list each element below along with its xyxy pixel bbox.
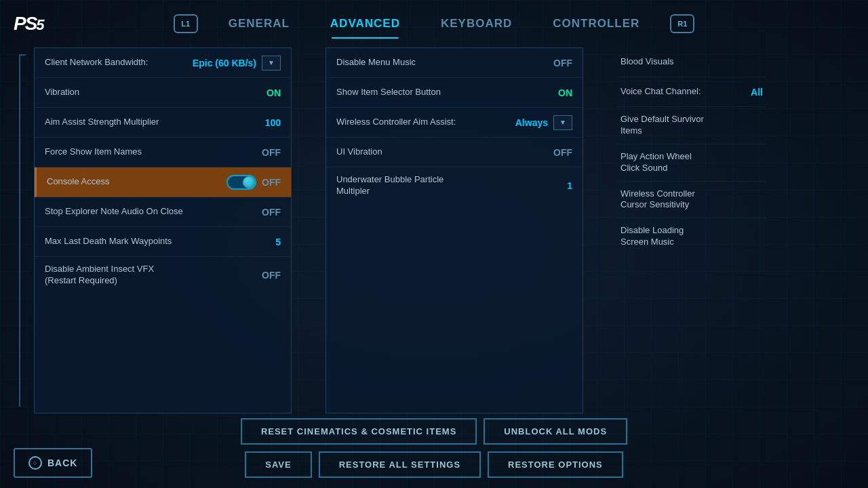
stop-audio-label: Stop Explorer Note Audio On Close <box>45 206 183 218</box>
right-settings-panel: Blood Visuals Voice Chat Channel: All Gi… <box>617 47 766 413</box>
stop-audio-value: OFF <box>262 207 281 218</box>
stop-audio-row[interactable]: Stop Explorer Note Audio On Close OFF <box>35 197 291 227</box>
tab-keyboard[interactable]: KEYBOARD <box>420 12 532 36</box>
show-item-selector-row[interactable]: Show Item Selector Button ON <box>326 78 583 108</box>
wireless-cursor-sensitivity-item[interactable]: Wireless Controller Cursor Sensitivity <box>617 182 766 219</box>
client-bandwidth-value: Epic (60 KB/s) <box>193 58 256 68</box>
give-default-items-label: Give Default Survivor Items <box>620 114 706 137</box>
ui-vibration-label: UI Vibration <box>336 146 382 158</box>
voice-chat-channel-item[interactable]: Voice Chat Channel: All <box>617 77 766 107</box>
bubble-particle-label: Underwater Bubble Particle Multipler <box>336 174 478 197</box>
reset-cinematics-button[interactable]: RESET CINEMATICS & COSMETIC ITEMS <box>241 418 477 445</box>
console-access-label: Console Access <box>47 176 110 188</box>
play-action-wheel-label: Play Action Wheel Click Sound <box>620 151 706 174</box>
console-access-value: OFF <box>262 177 281 188</box>
ui-vibration-row[interactable]: UI Vibration OFF <box>326 138 583 167</box>
blood-visuals-item[interactable]: Blood Visuals <box>617 47 766 77</box>
bubble-particle-value: 1 <box>567 180 572 191</box>
toggle-knob <box>243 176 255 188</box>
vibration-row[interactable]: Vibration ON <box>35 78 291 108</box>
voice-chat-value: All <box>751 87 763 98</box>
wireless-aim-assist-row[interactable]: Wireless Controller Aim Assist: Always ▼ <box>326 108 583 138</box>
disable-ambient-row[interactable]: Disable Ambient Insect VFX (Restart Requ… <box>35 257 291 293</box>
client-bandwidth-row[interactable]: Client Network Bandwidth: Epic (60 KB/s)… <box>35 48 291 78</box>
force-show-names-value: OFF <box>262 147 281 158</box>
header: PS5 L1 GENERAL ADVANCED KEYBOARD CONTROL… <box>0 0 868 47</box>
tab-general[interactable]: GENERAL <box>208 12 310 36</box>
bottom-row-1: RESET CINEMATICS & COSMETIC ITEMS UNBLOC… <box>241 418 627 445</box>
middle-settings-panel: Disable Menu Music OFF Show Item Selecto… <box>326 47 583 413</box>
disable-menu-music-label: Disable Menu Music <box>336 57 416 68</box>
disable-menu-music-row[interactable]: Disable Menu Music OFF <box>326 48 583 78</box>
disable-loading-screen-item[interactable]: Disable Loading Screen Music <box>617 218 766 255</box>
tab-advanced[interactable]: ADVANCED <box>310 12 420 36</box>
aim-assist-value: 100 <box>265 117 281 128</box>
bubble-particle-row[interactable]: Underwater Bubble Particle Multipler 1 <box>326 167 583 204</box>
main-content: Client Network Bandwidth: Epic (60 KB/s)… <box>0 47 868 413</box>
restore-options-button[interactable]: RESTORE OPTIONS <box>488 451 623 478</box>
voice-chat-label: Voice Chat Channel: <box>620 86 701 98</box>
wireless-cursor-sensitivity-label: Wireless Controller Cursor Sensitivity <box>620 188 706 211</box>
back-label: BACK <box>47 458 77 468</box>
force-show-names-row[interactable]: Force Show Item Names OFF <box>35 138 291 167</box>
left-bracket-decoration <box>14 47 27 413</box>
save-button[interactable]: SAVE <box>245 451 311 478</box>
bottom-row-2: SAVE RESTORE ALL SETTINGS RESTORE OPTION… <box>245 451 623 478</box>
spacer-2 <box>590 47 610 413</box>
force-show-names-label: Force Show Item Names <box>45 146 142 158</box>
wireless-aim-assist-label: Wireless Controller Aim Assist: <box>336 117 456 128</box>
console-access-toggle[interactable] <box>226 175 256 190</box>
blood-visuals-label: Blood Visuals <box>620 56 674 68</box>
client-bandwidth-dropdown[interactable]: Epic (60 KB/s) ▼ <box>193 56 281 70</box>
vibration-value: ON <box>267 87 281 98</box>
bottom-section: RESET CINEMATICS & COSMETIC ITEMS UNBLOC… <box>0 413 868 488</box>
wireless-aim-assist-arrow-icon[interactable]: ▼ <box>553 115 572 130</box>
disable-menu-music-value: OFF <box>553 58 572 68</box>
wireless-aim-assist-value: Always <box>515 117 548 128</box>
aim-assist-label: Aim Assist Strength Multiplier <box>45 117 159 128</box>
r1-button[interactable]: R1 <box>670 14 694 33</box>
vibration-label: Vibration <box>45 87 79 98</box>
disable-ambient-label: Disable Ambient Insect VFX (Restart Requ… <box>45 264 186 287</box>
disable-loading-screen-label: Disable Loading Screen Music <box>620 225 706 248</box>
max-death-mark-value: 5 <box>275 237 281 247</box>
show-item-selector-label: Show Item Selector Button <box>336 87 441 98</box>
console-access-row[interactable]: Console Access OFF <box>35 167 291 197</box>
l1-button[interactable]: L1 <box>174 14 198 33</box>
max-death-mark-label: Max Last Death Mark Waypoints <box>45 236 172 247</box>
max-death-mark-row[interactable]: Max Last Death Mark Waypoints 5 <box>35 227 291 257</box>
console-access-toggle-container[interactable]: OFF <box>226 175 281 190</box>
disable-ambient-value: OFF <box>262 270 281 281</box>
circle-icon: ○ <box>28 456 42 470</box>
spacer-1 <box>298 47 319 413</box>
give-default-items-item[interactable]: Give Default Survivor Items <box>617 107 766 144</box>
aim-assist-row[interactable]: Aim Assist Strength Multiplier 100 <box>35 108 291 138</box>
restore-all-settings-button[interactable]: RESTORE ALL SETTINGS <box>319 451 481 478</box>
play-action-wheel-item[interactable]: Play Action Wheel Click Sound <box>617 144 766 182</box>
unblock-mods-button[interactable]: UNBLOCK ALL MODS <box>484 418 627 445</box>
wireless-aim-assist-dropdown[interactable]: Always ▼ <box>515 115 572 130</box>
client-bandwidth-arrow-icon[interactable]: ▼ <box>262 56 281 70</box>
show-item-selector-value: ON <box>558 87 572 98</box>
left-settings-panel: Client Network Bandwidth: Epic (60 KB/s)… <box>34 47 292 413</box>
back-button[interactable]: ○ BACK <box>14 448 92 478</box>
tab-controller[interactable]: CONTROLLER <box>532 12 660 36</box>
ps5-logo: PS5 <box>14 13 43 35</box>
nav-tabs: L1 GENERAL ADVANCED KEYBOARD CONTROLLER … <box>163 12 705 36</box>
client-bandwidth-label: Client Network Bandwidth: <box>45 57 148 68</box>
ui-vibration-value: OFF <box>553 147 572 158</box>
